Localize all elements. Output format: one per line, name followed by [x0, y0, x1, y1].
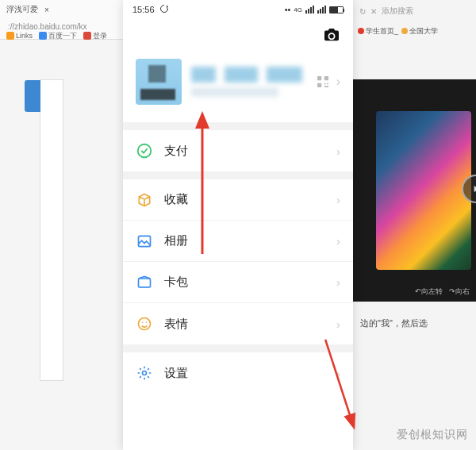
tab-close-icon[interactable]: × — [44, 6, 49, 14]
svg-rect-2 — [317, 83, 321, 87]
svg-rect-3 — [324, 83, 325, 85]
profile-card[interactable]: › — [123, 51, 353, 122]
close-icon[interactable]: ✕ — [370, 7, 377, 16]
avatar — [136, 59, 182, 105]
profile-id-redacted — [191, 87, 278, 97]
wallet-icon — [136, 274, 153, 291]
svg-rect-8 — [139, 279, 151, 287]
menu-label: 卡包 — [164, 275, 325, 290]
chevron-right-icon: › — [336, 234, 340, 248]
section-divider — [123, 344, 353, 352]
status-time: 15:56 — [132, 5, 155, 14]
svg-point-6 — [138, 144, 152, 158]
svg-rect-0 — [317, 76, 321, 80]
cube-icon — [136, 191, 153, 209]
menu-item-album[interactable]: 相册 › — [123, 221, 353, 262]
phone-screen: 15:56 •• 4G › — [123, 0, 353, 450]
status-network: 4G — [294, 6, 302, 13]
svg-point-10 — [142, 322, 144, 324]
menu-group-1: 支付 › — [123, 130, 353, 171]
pay-icon — [136, 142, 153, 160]
video-thumbnail — [376, 111, 471, 270]
menu-item-favorites[interactable]: 收藏 › — [123, 179, 353, 221]
image-icon — [136, 233, 153, 250]
menu-item-pay[interactable]: 支付 › — [123, 130, 353, 171]
article-snippet: 边的"我"，然后选 — [360, 317, 471, 329]
right-controls: ↻ ✕ 添加搜索 — [353, 0, 476, 22]
signal-icon-2 — [317, 6, 326, 13]
menu-group-2: 收藏 › 相册 › 卡包 › 表情 › — [123, 179, 353, 344]
profile-name-redacted — [191, 67, 302, 83]
rotate-right[interactable]: ↷向右 — [449, 287, 470, 297]
left-panel-handle[interactable] — [25, 80, 40, 112]
watermark: 爱创根知识网 — [397, 428, 468, 442]
section-divider — [123, 122, 353, 130]
search-prompt[interactable]: 添加搜索 — [382, 6, 413, 17]
chevron-right-icon: › — [336, 367, 340, 380]
chevron-right-icon: › — [336, 193, 340, 206]
chevron-right-icon: › — [336, 75, 340, 89]
svg-rect-1 — [324, 76, 328, 80]
svg-point-12 — [143, 371, 147, 375]
svg-point-9 — [139, 318, 151, 330]
status-dots-icon: •• — [285, 5, 291, 14]
tab-title: 浮浅可爱 — [6, 4, 38, 15]
bookmark-links[interactable]: Links — [6, 32, 33, 40]
chevron-right-icon: › — [336, 144, 340, 158]
header-row — [123, 19, 353, 51]
rotate-left[interactable]: ↶向左转 — [415, 287, 443, 297]
profile-name-block — [191, 67, 308, 97]
menu-group-3: 设置 › — [123, 352, 353, 394]
qr-code-icon[interactable] — [317, 76, 328, 87]
menu-item-cards[interactable]: 卡包 › — [123, 262, 353, 303]
bookmark-baidu[interactable]: 百度一下 — [39, 31, 77, 41]
right-tab-strip: 学生首页_ 全国大学 — [353, 22, 476, 40]
video-player[interactable]: ✕ ↶向左转 ↷向右 — [353, 79, 476, 302]
video-rotate-controls: ↶向左转 ↷向右 — [415, 287, 470, 297]
bookmarks-bar: Links 百度一下 登录 — [0, 29, 113, 43]
status-bar: 15:56 •• 4G — [123, 0, 353, 19]
chevron-right-icon: › — [336, 317, 340, 331]
svg-rect-5 — [324, 86, 328, 87]
tab-university[interactable]: 全国大学 — [401, 26, 438, 37]
refresh-icon[interactable]: ↻ — [359, 7, 366, 16]
camera-icon[interactable] — [323, 28, 340, 42]
signal-icon — [305, 6, 314, 13]
status-sync-icon — [159, 4, 169, 15]
svg-rect-4 — [327, 83, 328, 85]
menu-label: 表情 — [164, 317, 325, 332]
menu-label: 收藏 — [164, 192, 325, 207]
menu-label: 设置 — [164, 366, 325, 381]
battery-icon — [329, 6, 344, 13]
bookmark-login[interactable]: 登录 — [83, 31, 107, 41]
section-divider — [123, 171, 353, 179]
menu-label: 支付 — [164, 144, 325, 159]
gear-icon — [136, 364, 153, 382]
svg-point-11 — [146, 322, 148, 324]
menu-label: 相册 — [164, 233, 325, 248]
smile-icon — [136, 315, 153, 333]
tab-student[interactable]: 学生首页_ — [358, 26, 398, 37]
chevron-right-icon: › — [336, 275, 340, 289]
menu-item-settings[interactable]: 设置 › — [123, 352, 353, 394]
left-side-panel — [40, 79, 63, 381]
menu-item-stickers[interactable]: 表情 › — [123, 303, 353, 344]
